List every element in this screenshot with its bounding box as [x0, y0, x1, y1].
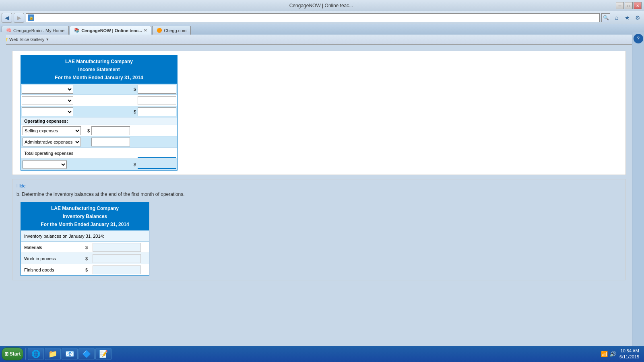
- browser-chrome: CengageNOW | Online teac... ─ □ ✕ ◀ ▶ 🔒 …: [0, 0, 644, 45]
- selling-expenses-select[interactable]: Selling expenses: [23, 126, 81, 135]
- side-panel-button[interactable]: ?: [634, 34, 643, 43]
- section-b: Hide b. Determine the inventory balances…: [12, 179, 626, 280]
- selling-expenses-row: Selling expenses $: [21, 125, 177, 136]
- nav-right-buttons: ⌂ ★ ⚙: [612, 13, 642, 22]
- materials-dollar: $: [85, 245, 92, 250]
- inventory-table: LAE Manufacturing Company Inventory Bala…: [21, 202, 149, 276]
- tabs-bar: 🧠 CengageBrain - My Home 📚 CengageNOW | …: [0, 24, 644, 35]
- address-input[interactable]: http://east.cengagenow.com/ilrn/takeAssi…: [36, 15, 598, 20]
- admin-expenses-row: Administrative expenses: [21, 136, 177, 148]
- inventory-body: Inventory balances on January 31, 2014: …: [21, 230, 149, 276]
- maximize-button[interactable]: □: [625, 2, 633, 9]
- income-header: LAE Manufacturing Company Income Stateme…: [21, 56, 177, 84]
- selling-input[interactable]: [91, 126, 130, 135]
- income-row3-dropdown-cell: [21, 107, 74, 117]
- finished-goods-dollar: $: [85, 267, 92, 272]
- bottom-spacer: [6, 284, 632, 304]
- favorites-button[interactable]: ★: [622, 13, 632, 22]
- total-op-expenses-label-cell: Total operating expenses: [21, 150, 81, 157]
- total-op-expenses-label: Total operating expenses: [24, 151, 73, 156]
- tab-label: CengageBrain - My Home: [13, 28, 64, 33]
- selling-input-cell: [91, 125, 131, 136]
- back-button[interactable]: ◀: [2, 13, 12, 23]
- income-body: $: [21, 84, 177, 170]
- income-row3-select[interactable]: [22, 107, 73, 116]
- operating-expenses-label: Operating expenses:: [21, 117, 177, 125]
- tab-label: CengageNOW | Online teac...: [81, 28, 142, 33]
- inventory-section-label: Inventory balances on January 31, 2014:: [24, 234, 104, 239]
- wip-input[interactable]: [93, 254, 141, 263]
- tab-favicon: 🟠: [157, 28, 162, 33]
- last-row-dropdown-cell: [21, 159, 69, 170]
- favorites-bar: ⭐ Web Slice Gallery ▼: [0, 35, 644, 44]
- title-bar: CengageNOW | Online teac... ─ □ ✕: [0, 0, 644, 11]
- income-row1-dollar: $: [129, 86, 137, 93]
- last-row-input[interactable]: [138, 160, 176, 169]
- minimize-button[interactable]: ─: [616, 2, 624, 9]
- address-bar[interactable]: 🔒 http://east.cengagenow.com/ilrn/takeAs…: [26, 13, 600, 22]
- tab-close-icon[interactable]: ✕: [144, 28, 147, 33]
- materials-input[interactable]: [93, 243, 141, 252]
- total-op-expenses-row: Total operating expenses: [21, 148, 177, 159]
- tab-cengage-brain[interactable]: 🧠 CengageBrain - My Home: [2, 26, 69, 35]
- income-row2-select[interactable]: [22, 96, 73, 105]
- income-company-name: LAE Manufacturing Company: [23, 59, 175, 64]
- finished-goods-input[interactable]: [93, 265, 141, 274]
- income-row2-input[interactable]: [138, 96, 176, 105]
- income-row1-input-cell: [137, 84, 177, 95]
- favorites-item-web-slice[interactable]: ⭐ Web Slice Gallery ▼: [2, 37, 49, 42]
- side-panel: ?: [632, 32, 644, 306]
- income-row3-dollar: $: [129, 109, 137, 115]
- total-op-expenses-input-cell: [137, 148, 177, 158]
- tab-chegg[interactable]: 🟠 Chegg.com: [152, 26, 191, 35]
- income-row1-select[interactable]: [22, 85, 73, 94]
- income-row2-dropdown-cell: [21, 95, 74, 106]
- forward-button[interactable]: ▶: [14, 13, 24, 23]
- income-row1-input[interactable]: [138, 85, 176, 94]
- tab-cengagenow[interactable]: 📚 CengageNOW | Online teac... ✕: [70, 26, 151, 35]
- income-row-1: $: [21, 84, 177, 95]
- tab-favicon: 🧠: [6, 28, 12, 33]
- favorites-arrow-icon: ▼: [45, 37, 49, 41]
- admin-input[interactable]: [91, 138, 130, 146]
- materials-input-cell: [92, 242, 149, 253]
- settings-icon[interactable]: ⚙: [633, 13, 642, 22]
- income-row-3: $: [21, 106, 177, 117]
- tab-favicon: 📚: [74, 28, 80, 33]
- inventory-header: LAE Manufacturing Company Inventory Bala…: [21, 202, 149, 230]
- left-sidebar: [0, 32, 6, 306]
- total-op-expenses-input[interactable]: [138, 149, 176, 158]
- section-b-question: b. Determine the inventory balances at t…: [17, 191, 621, 197]
- income-row3-input[interactable]: [138, 107, 176, 116]
- admin-dollar: [83, 141, 91, 143]
- hide-link[interactable]: Hide: [17, 183, 621, 188]
- income-row1-dropdown-cell: [21, 84, 74, 95]
- inventory-title: Inventory Balances: [23, 214, 147, 219]
- inventory-materials-row: Materials $: [21, 242, 149, 253]
- main-content: LAE Manufacturing Company Income Stateme…: [6, 45, 632, 306]
- selling-expenses-dropdown-cell: Selling expenses: [21, 125, 83, 136]
- inventory-finished-row: Finished goods $: [21, 264, 149, 276]
- income-statement-section: LAE Manufacturing Company Income Stateme…: [12, 51, 626, 175]
- income-statement-title: Income Statement: [23, 67, 175, 72]
- last-row-select[interactable]: [23, 160, 67, 169]
- income-row3-input-cell: [137, 107, 177, 117]
- last-row-input-cell: [137, 159, 177, 170]
- home-button[interactable]: ⌂: [612, 13, 621, 22]
- address-icon: 🔒: [28, 14, 34, 21]
- inventory-period: For the Month Ended January 31, 2014: [23, 222, 147, 227]
- income-statement-table: LAE Manufacturing Company Income Stateme…: [21, 55, 178, 171]
- income-period: For the Month Ended January 31, 2014: [23, 75, 175, 80]
- materials-label: Materials: [21, 244, 85, 251]
- income-row2-input-cell: [137, 95, 177, 106]
- wip-dollar: $: [85, 256, 92, 261]
- close-button[interactable]: ✕: [634, 2, 642, 9]
- search-button[interactable]: 🔍: [601, 13, 610, 22]
- admin-expenses-dropdown-cell: Administrative expenses: [21, 137, 83, 147]
- income-last-row: $: [21, 159, 177, 170]
- last-row-dollar: $: [129, 161, 137, 168]
- favorites-label: Web Slice Gallery: [9, 37, 44, 42]
- income-row2-dollar: [129, 100, 137, 101]
- admin-expenses-select[interactable]: Administrative expenses: [23, 138, 81, 146]
- income-row1-label: [74, 88, 129, 90]
